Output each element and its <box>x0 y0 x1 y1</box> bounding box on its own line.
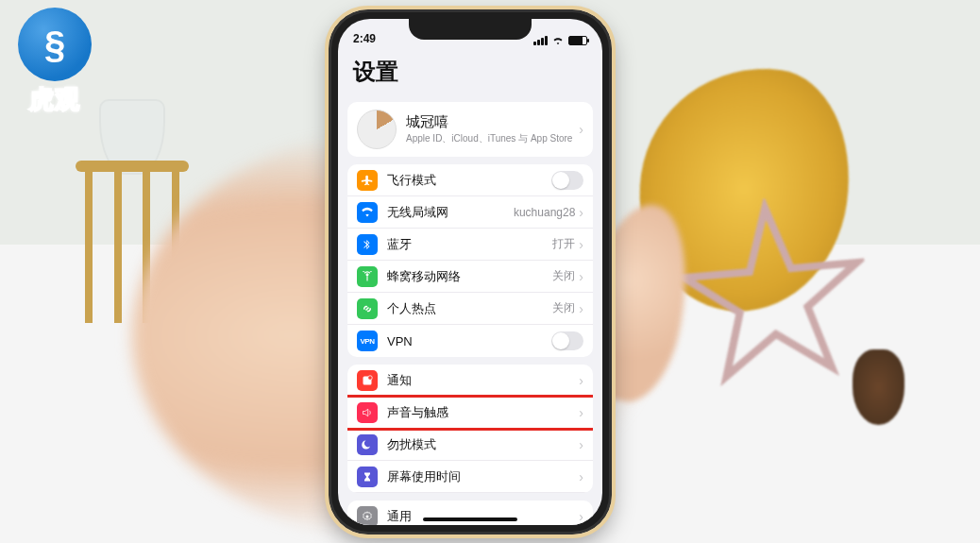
moon-icon <box>357 434 378 455</box>
logo-circle: § <box>18 8 92 81</box>
battery-icon <box>568 36 587 45</box>
row-label: 蓝牙 <box>387 236 552 253</box>
row-value: 关闭 <box>552 268 575 284</box>
settings-list[interactable]: 城冠嘻 Apple ID、iCloud、iTunes 与 App Store ›… <box>338 94 602 525</box>
row-sounds[interactable]: 声音与触感› <box>347 397 593 429</box>
row-airplane[interactable]: 飞行模式 <box>347 164 593 196</box>
toggle-airplane[interactable] <box>551 171 583 190</box>
row-value: kuchuang28 <box>514 206 575 219</box>
row-label: 勿扰模式 <box>387 436 579 453</box>
star-prop <box>670 191 875 396</box>
chevron-right-icon: › <box>579 469 583 484</box>
antenna-icon <box>357 266 378 287</box>
row-label: 声音与触感 <box>387 404 579 421</box>
chevron-right-icon: › <box>579 437 583 452</box>
row-label: 屏幕使用时间 <box>387 468 579 485</box>
svg-point-1 <box>366 273 369 276</box>
hourglass-icon <box>357 467 378 487</box>
apple-id-name: 城冠嘻 <box>406 113 579 131</box>
bluetooth-icon <box>357 234 378 255</box>
row-label: 无线局域网 <box>387 204 514 221</box>
row-screentime[interactable]: 屏幕使用时间› <box>347 461 593 493</box>
row-dnd[interactable]: 勿扰模式› <box>347 429 593 461</box>
chevron-right-icon: › <box>579 269 583 284</box>
row-value: 打开 <box>552 236 575 252</box>
status-time: 2:49 <box>353 32 376 45</box>
cellular-signal-icon <box>533 36 548 45</box>
chevron-right-icon: › <box>579 301 583 316</box>
svg-point-3 <box>368 375 373 380</box>
vpn-icon: VPN <box>357 331 378 351</box>
wifi-icon <box>357 202 378 223</box>
row-label: 个人热点 <box>387 300 552 317</box>
row-notifications[interactable]: 通知› <box>347 365 593 397</box>
row-general[interactable]: 通用› <box>347 501 593 525</box>
link-icon <box>357 298 378 319</box>
iphone-device: 2:49 设置 城冠嘻 Apple ID、iCloud、iTunes 与 App… <box>329 9 612 535</box>
row-value: 关闭 <box>552 300 575 316</box>
watermark-logo: § 虎观 <box>13 8 96 116</box>
row-label: 蜂窝移动网络 <box>387 268 552 285</box>
airplane-icon <box>357 170 378 191</box>
logo-text: 虎观 <box>13 83 96 116</box>
apple-id-subtitle: Apple ID、iCloud、iTunes 与 App Store <box>406 132 579 145</box>
notch <box>409 19 532 40</box>
chevron-right-icon: › <box>579 237 583 252</box>
avatar <box>357 110 397 149</box>
toggle-vpn[interactable] <box>551 331 583 350</box>
settings-title: 设置 <box>338 47 602 94</box>
chevron-right-icon: › <box>579 405 583 420</box>
chevron-right-icon: › <box>579 373 583 388</box>
row-label: 飞行模式 <box>387 172 551 189</box>
gear-icon <box>357 506 378 526</box>
row-bluetooth[interactable]: 蓝牙打开› <box>347 229 593 261</box>
row-label: 通知 <box>387 372 579 389</box>
svg-point-4 <box>366 515 369 518</box>
pinecone-prop <box>853 349 904 425</box>
row-hotspot[interactable]: 个人热点关闭› <box>347 293 593 325</box>
home-indicator <box>423 518 517 521</box>
row-vpn[interactable]: VPNVPN <box>347 325 593 357</box>
wifi-status-icon <box>551 36 565 45</box>
row-label: VPN <box>387 334 551 348</box>
row-apple-id[interactable]: 城冠嘻 Apple ID、iCloud、iTunes 与 App Store › <box>347 102 593 157</box>
svg-marker-0 <box>679 200 866 379</box>
speaker-icon <box>357 402 378 423</box>
chevron-right-icon: › <box>579 205 583 220</box>
chevron-right-icon: › <box>579 509 583 524</box>
row-label: 通用 <box>387 508 579 525</box>
chevron-right-icon: › <box>579 122 583 137</box>
row-cellular[interactable]: 蜂窝移动网络关闭› <box>347 261 593 293</box>
row-wifi[interactable]: 无线局域网kuchuang28› <box>347 196 593 229</box>
notification-icon <box>357 370 378 391</box>
